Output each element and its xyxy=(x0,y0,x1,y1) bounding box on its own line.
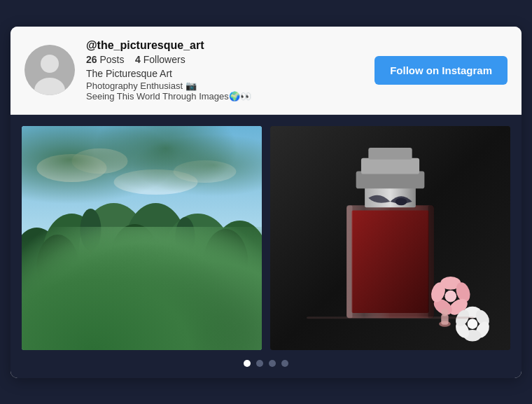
svg-point-14 xyxy=(164,214,232,295)
carousel-dot-1[interactable] xyxy=(244,360,251,367)
svg-point-21 xyxy=(111,224,160,294)
svg-point-24 xyxy=(80,209,102,251)
svg-point-11 xyxy=(43,214,102,298)
svg-rect-17 xyxy=(111,284,119,322)
follow-instagram-button[interactable]: Follow on Instagram xyxy=(374,56,507,85)
svg-rect-3 xyxy=(22,126,262,350)
carousel-image-perfume xyxy=(270,126,510,350)
carousel-dot-4[interactable] xyxy=(281,360,288,367)
svg-rect-54 xyxy=(307,316,474,319)
followers-label: Followers xyxy=(144,54,186,65)
svg-rect-4 xyxy=(22,126,262,252)
svg-rect-32 xyxy=(428,205,434,318)
svg-rect-30 xyxy=(351,210,428,313)
svg-rect-19 xyxy=(195,286,202,322)
profile-info: @the_picturesque_art 26 Posts 4 Follower… xyxy=(86,39,363,102)
carousel-dot-2[interactable] xyxy=(256,360,263,367)
bio-line2: Seeing This World Through Images🌍👀 xyxy=(86,91,363,102)
svg-point-20 xyxy=(37,235,79,298)
svg-point-26 xyxy=(176,217,195,256)
svg-point-15 xyxy=(212,221,262,298)
profile-header: @the_picturesque_art 26 Posts 4 Follower… xyxy=(10,27,522,115)
svg-point-10 xyxy=(22,228,62,298)
svg-point-1 xyxy=(41,55,59,73)
instagram-widget: @the_picturesque_art 26 Posts 4 Follower… xyxy=(10,27,522,378)
svg-rect-23 xyxy=(90,231,93,294)
svg-rect-52 xyxy=(441,314,448,325)
display-name: The Picturesque Art xyxy=(86,68,363,79)
svg-point-7 xyxy=(114,169,198,195)
svg-point-53 xyxy=(441,308,448,315)
svg-point-8 xyxy=(174,160,237,183)
followers-count: 4 xyxy=(135,54,141,65)
svg-rect-16 xyxy=(69,287,76,322)
posts-count: 26 xyxy=(86,54,97,65)
avatar xyxy=(24,45,75,95)
carousel-dot-3[interactable] xyxy=(269,360,276,367)
svg-rect-9 xyxy=(22,266,262,350)
svg-rect-31 xyxy=(346,205,352,318)
svg-point-43 xyxy=(444,290,456,302)
svg-point-22 xyxy=(204,229,248,296)
svg-rect-18 xyxy=(153,281,160,322)
carousel-dots xyxy=(10,350,522,378)
svg-rect-35 xyxy=(361,158,419,174)
svg-point-13 xyxy=(125,203,188,294)
svg-point-5 xyxy=(37,154,107,182)
carousel-image-nature xyxy=(22,126,262,350)
svg-rect-36 xyxy=(368,148,412,160)
svg-point-37 xyxy=(396,197,407,204)
posts-label: Posts xyxy=(99,54,124,65)
svg-point-6 xyxy=(72,148,128,174)
stats-row: 26 Posts 4 Followers xyxy=(86,54,363,65)
carousel-images xyxy=(10,115,522,350)
bio-line1: Photography Enthusiast 📷 xyxy=(86,81,363,91)
svg-point-50 xyxy=(468,319,478,329)
svg-point-12 xyxy=(79,203,149,301)
svg-rect-25 xyxy=(184,238,188,294)
username: @the_picturesque_art xyxy=(86,39,363,52)
